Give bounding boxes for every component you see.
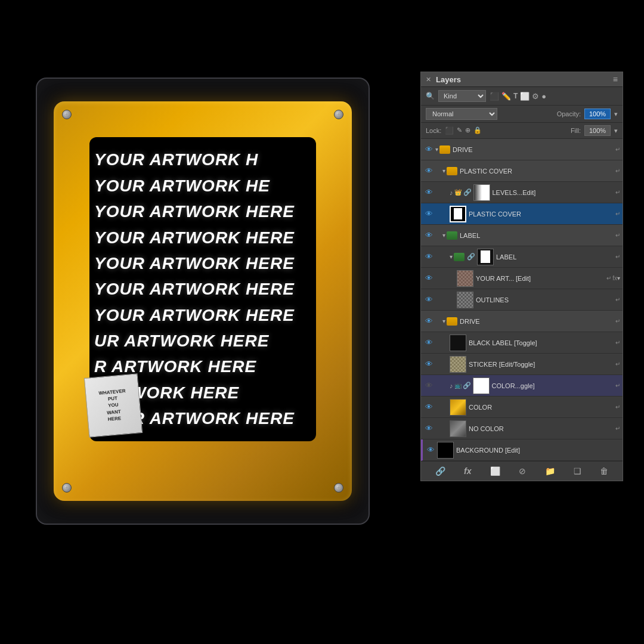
delete-layer-button[interactable]: 🗑: [597, 465, 611, 477]
kind-select[interactable]: Kind: [438, 90, 486, 102]
visibility-icon[interactable]: 👁: [423, 295, 434, 305]
smart-filter-icon[interactable]: ⚙: [532, 92, 539, 101]
go-icon[interactable]: ↵: [615, 425, 620, 432]
lock-pixels-icon[interactable]: ⬛: [445, 126, 454, 135]
lock-row: Lock: ⬛ ✎ ⊕ 🔒 Fill: ▾: [421, 123, 623, 139]
fill-chevron[interactable]: ▾: [614, 127, 618, 135]
lock-all-icon[interactable]: 🔒: [473, 126, 482, 135]
lock-artboard-icon[interactable]: ⊕: [465, 126, 470, 135]
go-icon[interactable]: ↵: [615, 232, 620, 239]
visibility-icon[interactable]: 👁: [423, 380, 434, 391]
folder-icon: [439, 145, 450, 154]
layer-name: PLASTIC COVER: [460, 168, 614, 175]
link-layers-button[interactable]: 🔗: [432, 465, 448, 477]
folder-arrow: ▾: [442, 168, 445, 174]
crown-icon: 👑: [454, 189, 462, 196]
layer-row[interactable]: 👁 ♪ 📺 🔗 COLOR...ggle] ↵: [421, 375, 623, 397]
layer-name: BLACK LABEL [Toggle]: [469, 339, 614, 346]
layer-row[interactable]: 👁 ▾ DRIVE ↵: [421, 311, 623, 332]
music-note-icon: ♪: [450, 189, 453, 196]
layer-name: LABEL: [496, 253, 614, 261]
visibility-icon[interactable]: 👁: [423, 402, 434, 413]
visibility-icon[interactable]: 👁: [423, 144, 434, 155]
type-filter-icon[interactable]: T: [513, 92, 518, 101]
layer-row[interactable]: 👁 COLOR ↵: [421, 397, 623, 418]
lock-icons: ⬛ ✎ ⊕ 🔒: [445, 126, 482, 135]
layer-row[interactable]: 👁 ▾ LABEL ↵: [421, 225, 623, 246]
go-icon[interactable]: ↵: [615, 296, 620, 303]
layers-panel: ✕ Layers ≡ 🔍 Kind ⬛ ✏️ T ⬜ ⚙ ● Normal Op…: [420, 72, 623, 481]
visibility-icon[interactable]: 👁: [423, 166, 434, 177]
panel-menu-icon[interactable]: ≡: [613, 75, 618, 84]
visibility-icon[interactable]: 👁: [423, 187, 434, 198]
layers-list: 👁 ▾ DRIVE ↵ 👁 ▾ PLASTIC COVER ↵ 👁 ♪ 👑 🔗: [421, 139, 623, 461]
link-icon: 🔗: [463, 188, 472, 196]
visibility-icon[interactable]: 👁: [423, 230, 434, 241]
new-group-button[interactable]: 📁: [542, 465, 558, 477]
style-filter-icon[interactable]: ●: [541, 92, 546, 101]
link-icon: 🔗: [467, 253, 475, 261]
go-icon[interactable]: ↵: [615, 339, 620, 346]
go-icon[interactable]: ↵: [615, 146, 620, 153]
visibility-icon[interactable]: 👁: [423, 338, 434, 348]
blend-mode-select[interactable]: Normal: [426, 108, 497, 120]
panel-close-button[interactable]: ✕: [426, 76, 431, 83]
go-icon[interactable]: ↵: [606, 275, 611, 281]
layer-row[interactable]: 👁 ▾ DRIVE ↵: [421, 139, 623, 160]
fx-expand[interactable]: ▾: [617, 275, 620, 281]
visibility-icon[interactable]: 👁: [423, 252, 434, 262]
go-icon[interactable]: ↵: [615, 361, 620, 367]
monitor-icon: 📺: [454, 382, 462, 389]
layer-row[interactable]: 👁 ▾ 🔗 LABEL ↵: [421, 246, 623, 268]
shape-filter-icon[interactable]: ⬜: [520, 92, 530, 101]
add-mask-button[interactable]: ⬜: [487, 465, 503, 477]
layer-row[interactable]: 👁 BACKGROUND [Edit]: [421, 439, 623, 461]
opacity-chevron[interactable]: ▾: [614, 110, 618, 118]
layer-row[interactable]: 👁 NO COLOR ↵: [421, 418, 623, 439]
visibility-icon[interactable]: 👁: [423, 209, 434, 219]
opacity-input[interactable]: [584, 109, 611, 119]
folder-arrow: ▾: [442, 232, 445, 239]
brush-filter-icon[interactable]: ✏️: [501, 92, 511, 101]
go-icon[interactable]: ↵: [615, 404, 620, 410]
hdd-body: YOUR ARTWORK H YOUR ARTWORK HE YOUR ARTW…: [54, 101, 352, 501]
new-layer-button[interactable]: ❑: [571, 465, 584, 477]
music-note-icon: ♪: [450, 382, 453, 389]
opacity-label: Opacity:: [557, 110, 581, 117]
fx-badge: fx: [612, 275, 617, 281]
screw-bottom-left: [62, 483, 72, 493]
visibility-icon[interactable]: 👁: [423, 359, 434, 370]
blend-opacity-row: Normal Opacity: ▾: [421, 106, 623, 123]
go-icon[interactable]: ↵: [615, 318, 620, 324]
filter-bar: 🔍 Kind ⬛ ✏️ T ⬜ ⚙ ●: [421, 87, 623, 106]
filter-icons: ⬛ ✏️ T ⬜ ⚙ ●: [490, 92, 546, 101]
go-icon[interactable]: ↵: [615, 168, 620, 174]
layer-row[interactable]: 👁 YOUR ART... [Edit] ↵ fx ▾: [421, 268, 623, 289]
layer-name: LABEL: [460, 232, 614, 239]
layer-thumbnail: [473, 377, 490, 394]
layer-row[interactable]: 👁 PLASTIC COVER ↵: [421, 203, 623, 225]
panel-title: Layers: [436, 75, 461, 84]
layer-row[interactable]: 👁 ♪ 👑 🔗 LEVELS...Edit] ↵: [421, 182, 623, 203]
add-layer-style-button[interactable]: fx: [461, 465, 474, 477]
layer-name: YOUR ART... [Edit]: [476, 275, 605, 282]
visibility-icon[interactable]: 👁: [425, 445, 436, 456]
go-icon[interactable]: ↵: [615, 189, 620, 196]
create-fill-button[interactable]: ⊘: [516, 465, 529, 477]
panel-title-left: ✕ Layers: [426, 75, 461, 84]
lock-position-icon[interactable]: ✎: [457, 126, 462, 135]
pixel-filter-icon[interactable]: ⬛: [490, 92, 499, 101]
go-icon[interactable]: ↵: [615, 382, 620, 389]
folder-icon: [447, 317, 457, 326]
layer-row[interactable]: 👁 STICKER [Edit/Toggle] ↵: [421, 354, 623, 375]
go-icon[interactable]: ↵: [615, 253, 620, 260]
layer-row[interactable]: 👁 ▾ PLASTIC COVER ↵: [421, 160, 623, 182]
fill-label: Fill:: [571, 127, 581, 134]
visibility-icon[interactable]: 👁: [423, 316, 434, 327]
go-icon[interactable]: ↵: [615, 210, 620, 217]
layer-row[interactable]: 👁 BLACK LABEL [Toggle] ↵: [421, 332, 623, 354]
fill-input[interactable]: [584, 125, 611, 136]
visibility-icon[interactable]: 👁: [423, 273, 434, 284]
layer-row[interactable]: 👁 OUTLINES ↵: [421, 289, 623, 311]
visibility-icon[interactable]: 👁: [423, 423, 434, 434]
